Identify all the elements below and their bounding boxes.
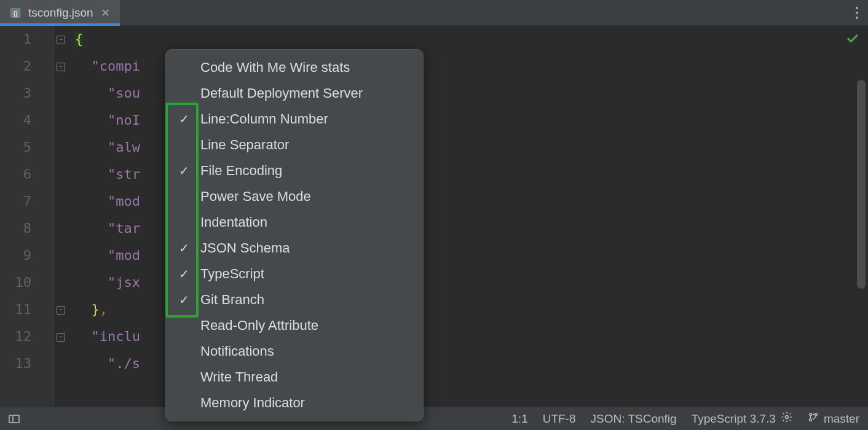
inspection-ok-icon[interactable] — [846, 32, 859, 49]
status-git-branch[interactable]: master — [808, 412, 859, 426]
svg-point-5 — [815, 413, 818, 416]
status-bar-context-menu: Code With Me Wire statsDefault Deploymen… — [165, 49, 424, 421]
fold-toggle-icon[interactable]: − — [57, 36, 65, 44]
check-icon: ✓ — [177, 112, 191, 127]
svg-point-2 — [785, 416, 788, 419]
context-menu-item[interactable]: ✓Line:Column Number — [166, 106, 423, 132]
context-menu-label: TypeScript — [200, 266, 264, 282]
line-number: 12 — [0, 323, 31, 350]
code-editor[interactable]: 12345678910111213 − − − − { "compi "sou … — [0, 26, 868, 407]
context-menu-item[interactable]: Line Separator — [166, 132, 423, 158]
line-number: 6 — [0, 161, 31, 188]
svg-point-4 — [810, 419, 812, 421]
line-number: 13 — [0, 350, 31, 377]
context-menu-item[interactable]: ✓JSON Schema — [166, 235, 423, 261]
tab-bar: {} tsconfig.json ✕ — [0, 0, 868, 26]
status-encoding[interactable]: UTF-8 — [543, 412, 576, 426]
git-branch-icon — [808, 412, 819, 426]
context-menu-item[interactable]: ✓File Encoding — [166, 158, 423, 184]
status-bar: 1:1 UTF-8 JSON: TSConfig TypeScript 3.7.… — [0, 407, 868, 430]
context-menu-label: Line:Column Number — [200, 111, 328, 127]
context-menu-item[interactable]: Memory Indicator — [166, 390, 423, 416]
check-icon: ✓ — [177, 292, 191, 307]
file-tab[interactable]: {} tsconfig.json ✕ — [0, 0, 120, 25]
line-number: 2 — [0, 53, 31, 80]
status-branch-name: master — [824, 412, 859, 426]
line-number: 1 — [0, 26, 31, 53]
fold-toggle-icon[interactable]: − — [57, 333, 65, 342]
context-menu-label: Default Deployment Server — [200, 85, 363, 101]
svg-text:{}: {} — [14, 10, 18, 17]
context-menu-label: Write Thread — [200, 369, 278, 385]
line-number: 4 — [0, 107, 31, 134]
check-icon: ✓ — [177, 241, 191, 256]
context-menu-item[interactable]: ✓TypeScript — [166, 261, 423, 287]
context-menu-label: Read-Only Attribute — [200, 318, 318, 334]
line-number: 11 — [0, 296, 31, 323]
line-number: 9 — [0, 242, 31, 269]
context-menu-label: Line Separator — [200, 137, 289, 153]
editor-scrollbar[interactable] — [857, 80, 866, 289]
tool-window-toggle-icon[interactable] — [9, 415, 20, 423]
status-line-col[interactable]: 1:1 — [511, 412, 527, 426]
context-menu-item[interactable]: Read-Only Attribute — [166, 313, 423, 338]
line-number: 8 — [0, 215, 31, 242]
context-menu-item[interactable]: Code With Me Wire stats — [166, 55, 423, 80]
svg-point-3 — [810, 413, 812, 416]
context-menu-label: Code With Me Wire stats — [200, 60, 350, 76]
context-menu-item[interactable]: Notifications — [166, 338, 423, 364]
line-number: 10 — [0, 269, 31, 296]
context-menu-label: File Encoding — [200, 163, 282, 179]
context-menu-item[interactable]: Default Deployment Server — [166, 80, 423, 106]
context-menu-item[interactable]: Power Save Mode — [166, 184, 423, 209]
context-menu-label: Notifications — [200, 343, 274, 359]
tab-bar-more-icon[interactable] — [856, 7, 868, 19]
line-number-gutter: 12345678910111213 — [0, 26, 54, 407]
check-icon: ✓ — [177, 163, 191, 178]
context-menu-label: Power Save Mode — [200, 189, 311, 205]
check-icon: ✓ — [177, 267, 191, 281]
status-typescript[interactable]: TypeScript 3.7.3 — [692, 411, 793, 426]
context-menu-item[interactable]: Indentation — [166, 209, 423, 235]
line-number: 7 — [0, 188, 31, 215]
context-menu-label: Git Branch — [200, 292, 264, 308]
fold-toggle-icon[interactable]: − — [57, 306, 65, 315]
line-number: 3 — [0, 80, 31, 107]
context-menu-item[interactable]: Write Thread — [166, 364, 423, 390]
ts-config-file-icon: {} — [9, 6, 22, 20]
context-menu-label: Memory Indicator — [200, 395, 305, 411]
settings-gear-icon[interactable] — [781, 411, 793, 426]
context-menu-label: Indentation — [200, 214, 267, 230]
status-json-schema[interactable]: JSON: TSConfig — [591, 412, 677, 426]
context-menu-item[interactable]: ✓Git Branch — [166, 287, 423, 313]
fold-toggle-icon[interactable]: − — [57, 63, 65, 71]
line-number: 5 — [0, 134, 31, 161]
context-menu-label: JSON Schema — [200, 240, 290, 256]
status-typescript-label: TypeScript 3.7.3 — [692, 412, 776, 426]
fold-column: − − − − — [54, 26, 71, 407]
tab-title: tsconfig.json — [28, 6, 93, 20]
tab-close-icon[interactable]: ✕ — [100, 5, 111, 21]
